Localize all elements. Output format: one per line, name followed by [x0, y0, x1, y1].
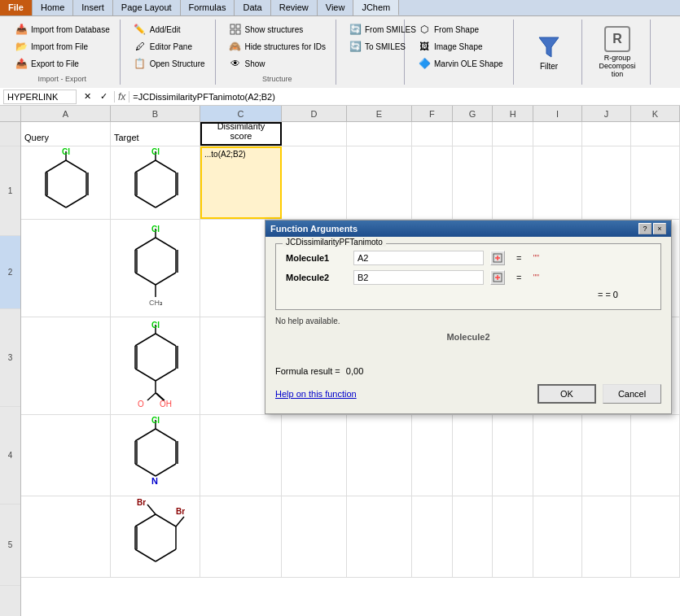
cell-a3[interactable]: [21, 220, 111, 317]
from-shape-button[interactable]: ⬡ From Shape: [415, 21, 507, 37]
tab-data[interactable]: Data: [235, 0, 270, 15]
row-num-5[interactable]: 5: [0, 505, 20, 586]
tab-file[interactable]: File: [0, 0, 33, 15]
cell-g-header[interactable]: [453, 122, 494, 146]
cell-b-header[interactable]: Target: [111, 122, 200, 146]
import-from-file-button[interactable]: 📂 Import from File: [11, 38, 113, 55]
from-smiles-button[interactable]: 🔄 From SMILES: [346, 21, 397, 37]
molecule2-input[interactable]: [353, 270, 484, 285]
function-arguments-dialog[interactable]: Function Arguments ? × JCDissimilarityPF…: [265, 220, 672, 414]
cell-b6[interactable]: Br Br: [111, 496, 200, 577]
col-header-e[interactable]: E: [347, 106, 412, 121]
col-header-i[interactable]: I: [533, 106, 582, 121]
filter-button[interactable]: Filter: [529, 31, 568, 74]
add-edit-button[interactable]: ✏️ Add/Edit: [130, 21, 208, 37]
tab-review[interactable]: Review: [271, 0, 318, 15]
open-structure-button[interactable]: 📋 Open Structure: [130, 55, 208, 72]
to-image-shape-button[interactable]: 🖼 Image Shape: [415, 38, 507, 55]
cell-a6[interactable]: [21, 496, 111, 577]
cell-d6[interactable]: [282, 496, 347, 577]
tab-home[interactable]: Home: [33, 0, 73, 15]
cell-e6[interactable]: [347, 496, 412, 577]
dialog-close-button[interactable]: ×: [653, 223, 666, 234]
export-to-file-button[interactable]: 📤 Export to File: [11, 55, 113, 72]
dialog-help-button[interactable]: ?: [638, 223, 651, 234]
cell-k6[interactable]: [631, 496, 680, 577]
show-structures-button[interactable]: Show structures: [226, 21, 329, 37]
cell-i5[interactable]: [533, 415, 582, 496]
row-num-1[interactable]: 1: [0, 146, 20, 236]
cell-d-header[interactable]: [282, 122, 347, 146]
cell-k2[interactable]: [631, 146, 680, 219]
formula-input[interactable]: [133, 92, 677, 102]
col-header-f[interactable]: F: [412, 106, 453, 121]
cell-g6[interactable]: [453, 496, 494, 577]
cell-j2[interactable]: [582, 146, 631, 219]
col-header-g[interactable]: G: [453, 106, 494, 121]
cell-h5[interactable]: [493, 415, 533, 496]
cell-a-header[interactable]: Query: [21, 122, 111, 146]
col-header-b[interactable]: B: [111, 106, 200, 121]
cell-c-header[interactable]: Dissimilarity score: [200, 122, 282, 146]
cancel-formula-button[interactable]: ✕: [80, 90, 94, 104]
cell-d2[interactable]: [282, 146, 347, 219]
cell-a4[interactable]: [21, 317, 111, 414]
tab-jchem[interactable]: JChem: [353, 0, 399, 15]
cell-h6[interactable]: [493, 496, 533, 577]
cell-f6[interactable]: [412, 496, 453, 577]
cell-e-header[interactable]: [347, 122, 412, 146]
name-box[interactable]: [3, 90, 77, 104]
cell-j6[interactable]: [582, 496, 631, 577]
row-num-2[interactable]: 2: [0, 236, 20, 309]
cell-f-header[interactable]: [412, 122, 453, 146]
row-num-4[interactable]: 4: [0, 407, 20, 505]
col-header-j[interactable]: J: [582, 106, 631, 121]
cell-h2[interactable]: [493, 146, 533, 219]
cell-e5[interactable]: [347, 415, 412, 496]
help-link[interactable]: Help on this function: [275, 389, 357, 399]
row-num-6[interactable]: 6: [0, 586, 20, 616]
cell-b4[interactable]: Cl O OH: [111, 317, 200, 414]
molecule1-input[interactable]: [353, 251, 484, 265]
col-header-d[interactable]: D: [282, 106, 347, 121]
molecule2-ref-button[interactable]: [490, 270, 505, 285]
col-header-a[interactable]: A: [21, 106, 111, 121]
cell-i2[interactable]: [533, 146, 582, 219]
cell-b2[interactable]: Cl: [111, 146, 200, 219]
cell-f5[interactable]: [412, 415, 453, 496]
editor-pane-button[interactable]: 🖊 Editor Pane: [130, 38, 208, 55]
cell-i6[interactable]: [533, 496, 582, 577]
cell-k5[interactable]: [631, 415, 680, 496]
tab-pagelayout[interactable]: Page Layout: [113, 0, 181, 15]
cell-a5[interactable]: [21, 415, 111, 496]
cell-c5[interactable]: [200, 415, 282, 496]
cell-b3[interactable]: Cl CH₃: [111, 220, 200, 317]
cell-b5[interactable]: Cl N: [111, 415, 200, 496]
cell-a2[interactable]: Cl: [21, 146, 111, 219]
col-header-h[interactable]: H: [493, 106, 533, 121]
ok-button[interactable]: OK: [537, 384, 596, 404]
cell-i-header[interactable]: [533, 122, 582, 146]
tab-view[interactable]: View: [318, 0, 354, 15]
cancel-button[interactable]: Cancel: [603, 384, 661, 404]
cell-h-header[interactable]: [493, 122, 533, 146]
cell-k-header[interactable]: [631, 122, 680, 146]
confirm-formula-button[interactable]: ✓: [96, 90, 111, 104]
tab-insert[interactable]: Insert: [73, 0, 113, 15]
cell-e2[interactable]: [347, 146, 412, 219]
to-marvin-ole-button[interactable]: 🔷 Marvin OLE Shape: [415, 55, 507, 72]
show-button[interactable]: 👁 Show: [226, 55, 329, 72]
cell-d5[interactable]: [282, 415, 347, 496]
cell-f2[interactable]: [412, 146, 453, 219]
cell-g2[interactable]: [453, 146, 494, 219]
col-header-k[interactable]: K: [631, 106, 680, 121]
cell-j5[interactable]: [582, 415, 631, 496]
cell-j-header[interactable]: [582, 122, 631, 146]
to-smiles-button[interactable]: 🔄 To SMILES: [346, 38, 397, 55]
hide-structures-button[interactable]: 🙈 Hide structures for IDs: [226, 38, 329, 55]
tab-formulas[interactable]: Formulas: [181, 0, 235, 15]
cell-g5[interactable]: [453, 415, 494, 496]
cell-c2[interactable]: ...to(A2;B2): [200, 146, 282, 219]
import-from-database-button[interactable]: 📥 Import from Database: [11, 21, 113, 37]
row-num-3[interactable]: 3: [0, 309, 20, 407]
